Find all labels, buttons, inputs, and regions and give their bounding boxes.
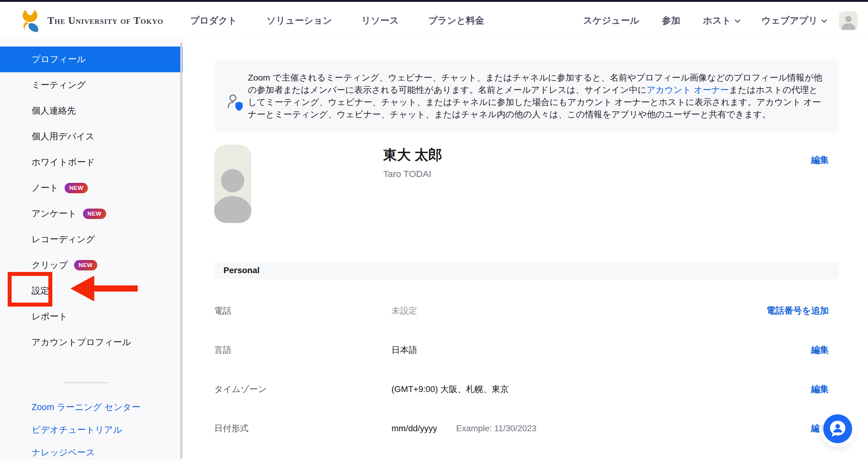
header-nav-item-0[interactable]: プロダクト <box>190 15 237 27</box>
header-nav-right: スケジュール参加ホストウェブアプリ <box>583 15 826 27</box>
profile-name-roman: Taro TODAI <box>383 169 431 179</box>
utokyo-logo-text: The University of Tokyo <box>48 15 163 26</box>
sidebar-item-6[interactable]: アンケートNEW <box>0 201 183 227</box>
chat-person-icon <box>830 420 846 437</box>
sidebar-item-4[interactable]: ホワイトボード <box>0 149 183 175</box>
personal-section-header: Personal <box>214 262 839 279</box>
chevron-down-icon <box>821 17 827 23</box>
personal-rows: 電話未設定電話番号を追加言語日本語編集タイムゾーン(GMT+9:00) 大阪、札… <box>214 291 839 448</box>
profile-name: 東大 太郎 <box>383 146 442 164</box>
sidebar-item-2[interactable]: 個人連絡先 <box>0 98 183 124</box>
sidebar-item-10[interactable]: レポート <box>0 304 183 329</box>
row-label: 日付形式 <box>214 423 392 434</box>
header: The University of Tokyo プロダクトソリューションリソース… <box>0 2 868 40</box>
row-label: 電話 <box>214 305 392 317</box>
sidebar-item-11[interactable]: アカウントプロフィール <box>0 329 183 355</box>
new-badge: NEW <box>74 260 97 270</box>
sidebar-item-label: レコーディング <box>32 233 95 246</box>
header-nav-item-right-3[interactable]: ウェブアプリ <box>762 15 826 27</box>
row-label: 言語 <box>214 344 392 356</box>
new-badge: NEW <box>65 183 88 193</box>
sidebar-item-label: 個人連絡先 <box>32 105 76 117</box>
sidebar-footer-link-1[interactable]: ビデオチュートリアル <box>0 419 183 441</box>
sidebar-item-5[interactable]: ノートNEW <box>0 175 183 201</box>
main-content: Zoom で主催されるミーティング、ウェビナー、チャット、またはチャネルに参加す… <box>183 40 868 460</box>
header-nav-item-2[interactable]: リソース <box>362 15 399 27</box>
row-label: タイムゾーン <box>214 383 392 395</box>
header-account-avatar[interactable] <box>839 11 858 30</box>
personal-row-2: タイムゾーン(GMT+9:00) 大阪、札幌、東京編集 <box>214 370 839 409</box>
sidebar-item-0[interactable]: プロフィール <box>0 47 183 72</box>
sidebar-item-label: 個人用デバイス <box>32 131 95 143</box>
personal-row-1: 言語日本語編集 <box>214 330 839 370</box>
sidebar-scrollbar[interactable] <box>180 42 182 459</box>
sidebar-item-label: クリップ <box>32 259 68 271</box>
personal-row-3: 日付形式mm/dd/yyyyExample: 11/30/2023編集 <box>214 409 839 448</box>
profile-visibility-notice: Zoom で主催されるミーティング、ウェビナー、チャット、またはチャネルに参加す… <box>214 59 839 133</box>
header-nav-item-1[interactable]: ソリューション <box>267 15 332 27</box>
profile-edit-link[interactable]: 編集 <box>811 154 829 166</box>
row-value: 未設定 <box>392 305 417 317</box>
sidebar-menu: プロフィールミーティング個人連絡先個人用デバイスホワイトボードノートNEWアンケ… <box>0 47 183 355</box>
sidebar-item-label: レポート <box>32 311 68 323</box>
sidebar-item-7[interactable]: レコーディング <box>0 227 183 252</box>
avatar-placeholder-icon <box>214 162 251 223</box>
chevron-down-icon <box>735 17 740 23</box>
sidebar-item-9-settings[interactable]: 設定 <box>0 278 183 304</box>
sidebar-footer-link-2[interactable]: ナレッジベース <box>0 441 183 460</box>
header-nav-left: プロダクトソリューションリソースプランと料金 <box>190 15 484 27</box>
sidebar-item-label: 設定 <box>32 285 49 297</box>
row-action-link[interactable]: 編集 <box>811 383 829 395</box>
header-nav-item-right-1[interactable]: 参加 <box>662 15 680 27</box>
sidebar-divider <box>64 382 108 383</box>
sidebar-item-label: ホワイトボード <box>32 156 95 168</box>
row-example: Example: 11/30/2023 <box>456 424 536 433</box>
avatar-placeholder-icon <box>839 11 858 30</box>
sidebar-item-8[interactable]: クリップNEW <box>0 252 183 278</box>
account-owner-link[interactable]: アカウント オーナー <box>647 85 729 95</box>
sidebar-item-label: ミーティング <box>32 79 86 91</box>
sidebar-item-label: プロフィール <box>32 53 86 65</box>
header-nav-item-3[interactable]: プランと料金 <box>428 15 484 27</box>
sidebar-footer-links: Zoom ラーニング センタービデオチュートリアルナレッジベース <box>0 396 183 460</box>
header-nav-item-right-2[interactable]: ホスト <box>703 15 739 27</box>
row-value: (GMT+9:00) 大阪、札幌、東京 <box>392 383 509 395</box>
sidebar-item-1[interactable]: ミーティング <box>0 72 183 98</box>
row-value: 日本語 <box>392 344 417 356</box>
utokyo-logo[interactable]: The University of Tokyo <box>17 8 163 34</box>
sidebar-footer-link-0[interactable]: Zoom ラーニング センター <box>0 396 183 419</box>
sidebar-item-label: アカウントプロフィール <box>32 336 131 348</box>
row-value: mm/dd/yyyy <box>392 424 437 433</box>
new-badge: NEW <box>83 208 106 219</box>
notice-text: Zoom で主催されるミーティング、ウェビナー、チャット、またはチャネルに参加す… <box>248 71 826 120</box>
sidebar-item-3[interactable]: 個人用デバイス <box>0 124 183 149</box>
zoom-profile-page: The University of Tokyo プロダクトソリューションリソース… <box>0 0 868 460</box>
utokyo-leaf-icon <box>17 8 43 34</box>
sidebar: プロフィールミーティング個人連絡先個人用デバイスホワイトボードノートNEWアンケ… <box>0 40 183 460</box>
row-action-link[interactable]: 電話番号を追加 <box>766 305 829 317</box>
sidebar-item-label: ノート <box>32 182 58 194</box>
support-chat-button[interactable] <box>823 414 852 443</box>
sidebar-item-label: アンケート <box>32 208 77 220</box>
row-action-link[interactable]: 編集 <box>811 344 829 356</box>
personal-row-0: 電話未設定電話番号を追加 <box>214 291 839 330</box>
person-shield-icon <box>226 93 245 113</box>
header-nav-item-right-0[interactable]: スケジュール <box>583 15 639 27</box>
profile-avatar[interactable] <box>214 145 251 223</box>
